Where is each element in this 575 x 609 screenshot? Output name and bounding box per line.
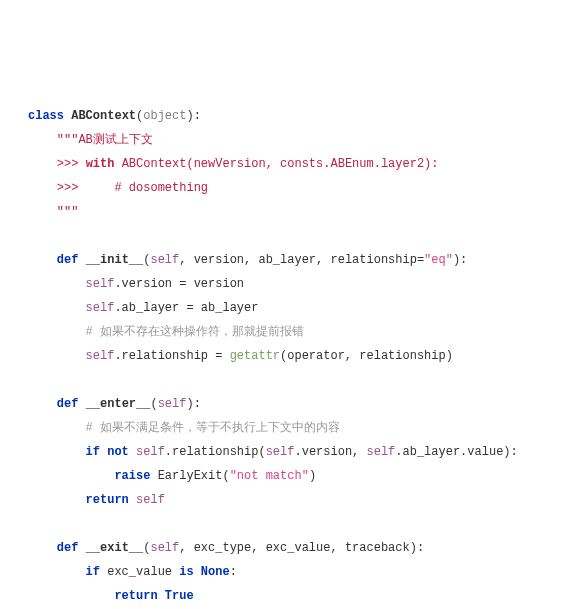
kw-is: is [179, 565, 193, 579]
self-1: self [86, 277, 115, 291]
colon-1: : [230, 565, 237, 579]
kw-not: not [107, 445, 129, 459]
enter-args-open: ( [150, 397, 157, 411]
self-3: self [86, 349, 115, 363]
enter-args-close: ): [186, 397, 200, 411]
assign-rel-a: .relationship = [114, 349, 229, 363]
kw-if-1: if [86, 445, 100, 459]
kw-class: class [28, 109, 64, 123]
comment-2: # 如果不满足条件，等于不执行上下文中的内容 [86, 421, 340, 435]
cond-mid: .relationship( [165, 445, 266, 459]
enter-self-3: self [266, 445, 295, 459]
assign-rel-b: (operator, relationship) [280, 349, 453, 363]
docstring-close: """ [57, 205, 79, 219]
return-self-1: self [129, 493, 165, 507]
raise-close: ) [309, 469, 316, 483]
method-exit: __exit__ [86, 541, 144, 555]
kw-def-enter: def [57, 397, 79, 411]
cond-2a: exc_value [100, 565, 179, 579]
class-name: ABContext [71, 109, 136, 123]
cond-rest: .ab_layer.value): [395, 445, 517, 459]
method-init: __init__ [86, 253, 144, 267]
exit-self: self [150, 541, 179, 555]
enter-self-4: self [367, 445, 396, 459]
base-class: object [143, 109, 186, 123]
docstring-title: AB测试上下文 [78, 133, 152, 147]
space-1 [194, 565, 201, 579]
init-args-mid: , version, ab_layer, relationship= [179, 253, 424, 267]
exit-args-rest: , exc_type, exc_value, traceback): [179, 541, 424, 555]
docstring-example-1b: ABContext(newVersion, consts.ABEnum.laye… [114, 157, 438, 171]
raise-str: "not match" [230, 469, 309, 483]
enter-self: self [158, 397, 187, 411]
kw-if-2: if [86, 565, 100, 579]
init-self: self [150, 253, 179, 267]
docstring-open: """ [57, 133, 79, 147]
docstring-example-1a: >>> [57, 157, 86, 171]
code-block: class ABContext(object): """AB测试上下文 >>> … [28, 104, 547, 609]
val-none: None [201, 565, 230, 579]
docstring-with: with [86, 157, 115, 171]
method-enter: __enter__ [86, 397, 151, 411]
kw-return-1: return [86, 493, 129, 507]
fn-getattr: getattr [230, 349, 280, 363]
enter-self-2: self [136, 445, 165, 459]
val-true-2: True [165, 589, 194, 603]
kw-def-exit: def [57, 541, 79, 555]
cond-mid-2: .version, [294, 445, 366, 459]
kw-raise-1: raise [114, 469, 150, 483]
init-args-close: ): [453, 253, 467, 267]
assign-ablayer: .ab_layer = ab_layer [114, 301, 258, 315]
raise-expr: EarlyExit( [150, 469, 229, 483]
kw-def-init: def [57, 253, 79, 267]
comment-1: # 如果不存在这种操作符，那就提前报错 [86, 325, 304, 339]
self-2: self [86, 301, 115, 315]
docstring-example-2: >>> # dosomething [57, 181, 208, 195]
assign-version: .version = version [114, 277, 244, 291]
init-default-eq: "eq" [424, 253, 453, 267]
kw-return-2: return [114, 589, 157, 603]
